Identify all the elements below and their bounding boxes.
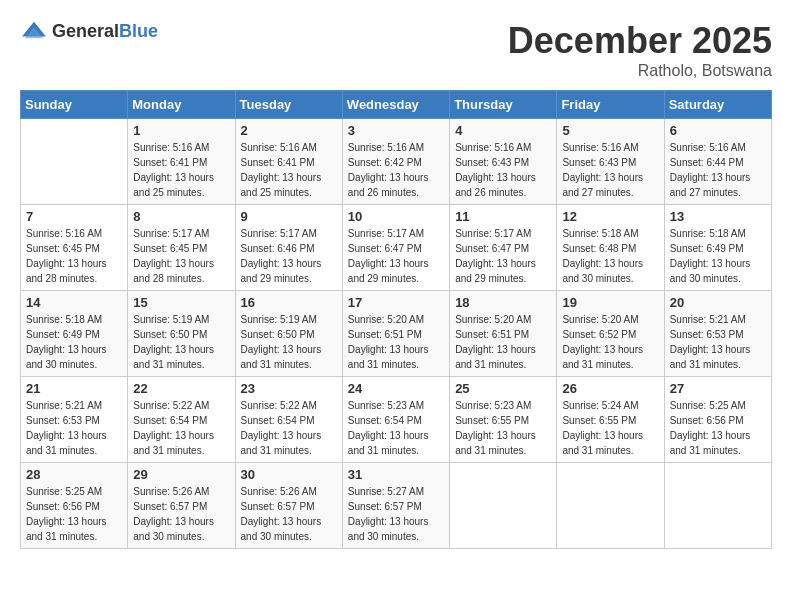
day-number: 4 xyxy=(455,123,551,138)
calendar-cell: 1Sunrise: 5:16 AM Sunset: 6:41 PM Daylig… xyxy=(128,119,235,205)
calendar-cell xyxy=(450,463,557,549)
calendar-cell: 24Sunrise: 5:23 AM Sunset: 6:54 PM Dayli… xyxy=(342,377,449,463)
calendar-cell: 9Sunrise: 5:17 AM Sunset: 6:46 PM Daylig… xyxy=(235,205,342,291)
day-number: 9 xyxy=(241,209,337,224)
day-number: 21 xyxy=(26,381,122,396)
calendar-cell: 20Sunrise: 5:21 AM Sunset: 6:53 PM Dayli… xyxy=(664,291,771,377)
day-info: Sunrise: 5:16 AM Sunset: 6:43 PM Dayligh… xyxy=(562,140,658,200)
day-info: Sunrise: 5:16 AM Sunset: 6:41 PM Dayligh… xyxy=(241,140,337,200)
calendar-week-row: 28Sunrise: 5:25 AM Sunset: 6:56 PM Dayli… xyxy=(21,463,772,549)
title-section: December 2025 Ratholo, Botswana xyxy=(508,20,772,80)
logo-general-text: General xyxy=(52,21,119,41)
day-info: Sunrise: 5:17 AM Sunset: 6:47 PM Dayligh… xyxy=(348,226,444,286)
calendar-cell: 4Sunrise: 5:16 AM Sunset: 6:43 PM Daylig… xyxy=(450,119,557,205)
calendar-cell xyxy=(557,463,664,549)
calendar-cell: 22Sunrise: 5:22 AM Sunset: 6:54 PM Dayli… xyxy=(128,377,235,463)
day-info: Sunrise: 5:18 AM Sunset: 6:49 PM Dayligh… xyxy=(26,312,122,372)
calendar-day-header: Saturday xyxy=(664,91,771,119)
day-info: Sunrise: 5:20 AM Sunset: 6:51 PM Dayligh… xyxy=(455,312,551,372)
day-info: Sunrise: 5:20 AM Sunset: 6:52 PM Dayligh… xyxy=(562,312,658,372)
calendar-cell: 23Sunrise: 5:22 AM Sunset: 6:54 PM Dayli… xyxy=(235,377,342,463)
day-number: 8 xyxy=(133,209,229,224)
day-number: 1 xyxy=(133,123,229,138)
calendar-table: SundayMondayTuesdayWednesdayThursdayFrid… xyxy=(20,90,772,549)
calendar-cell: 17Sunrise: 5:20 AM Sunset: 6:51 PM Dayli… xyxy=(342,291,449,377)
calendar-cell: 26Sunrise: 5:24 AM Sunset: 6:55 PM Dayli… xyxy=(557,377,664,463)
calendar-day-header: Monday xyxy=(128,91,235,119)
day-number: 2 xyxy=(241,123,337,138)
calendar-cell: 31Sunrise: 5:27 AM Sunset: 6:57 PM Dayli… xyxy=(342,463,449,549)
day-info: Sunrise: 5:27 AM Sunset: 6:57 PM Dayligh… xyxy=(348,484,444,544)
day-info: Sunrise: 5:24 AM Sunset: 6:55 PM Dayligh… xyxy=(562,398,658,458)
day-info: Sunrise: 5:19 AM Sunset: 6:50 PM Dayligh… xyxy=(241,312,337,372)
day-number: 17 xyxy=(348,295,444,310)
day-info: Sunrise: 5:23 AM Sunset: 6:55 PM Dayligh… xyxy=(455,398,551,458)
calendar-cell: 16Sunrise: 5:19 AM Sunset: 6:50 PM Dayli… xyxy=(235,291,342,377)
day-info: Sunrise: 5:26 AM Sunset: 6:57 PM Dayligh… xyxy=(241,484,337,544)
calendar-week-row: 7Sunrise: 5:16 AM Sunset: 6:45 PM Daylig… xyxy=(21,205,772,291)
calendar-week-row: 1Sunrise: 5:16 AM Sunset: 6:41 PM Daylig… xyxy=(21,119,772,205)
day-number: 15 xyxy=(133,295,229,310)
day-number: 10 xyxy=(348,209,444,224)
day-info: Sunrise: 5:26 AM Sunset: 6:57 PM Dayligh… xyxy=(133,484,229,544)
day-info: Sunrise: 5:17 AM Sunset: 6:46 PM Dayligh… xyxy=(241,226,337,286)
calendar-cell: 7Sunrise: 5:16 AM Sunset: 6:45 PM Daylig… xyxy=(21,205,128,291)
day-info: Sunrise: 5:21 AM Sunset: 6:53 PM Dayligh… xyxy=(26,398,122,458)
day-number: 7 xyxy=(26,209,122,224)
calendar-cell: 14Sunrise: 5:18 AM Sunset: 6:49 PM Dayli… xyxy=(21,291,128,377)
location-title: Ratholo, Botswana xyxy=(508,62,772,80)
day-info: Sunrise: 5:16 AM Sunset: 6:44 PM Dayligh… xyxy=(670,140,766,200)
logo-blue-text: Blue xyxy=(119,21,158,41)
day-number: 24 xyxy=(348,381,444,396)
calendar-day-header: Sunday xyxy=(21,91,128,119)
day-number: 18 xyxy=(455,295,551,310)
day-number: 29 xyxy=(133,467,229,482)
day-info: Sunrise: 5:21 AM Sunset: 6:53 PM Dayligh… xyxy=(670,312,766,372)
day-info: Sunrise: 5:17 AM Sunset: 6:47 PM Dayligh… xyxy=(455,226,551,286)
day-info: Sunrise: 5:20 AM Sunset: 6:51 PM Dayligh… xyxy=(348,312,444,372)
calendar-cell: 13Sunrise: 5:18 AM Sunset: 6:49 PM Dayli… xyxy=(664,205,771,291)
calendar-cell: 2Sunrise: 5:16 AM Sunset: 6:41 PM Daylig… xyxy=(235,119,342,205)
day-number: 30 xyxy=(241,467,337,482)
calendar-week-row: 14Sunrise: 5:18 AM Sunset: 6:49 PM Dayli… xyxy=(21,291,772,377)
day-info: Sunrise: 5:18 AM Sunset: 6:48 PM Dayligh… xyxy=(562,226,658,286)
calendar-cell: 3Sunrise: 5:16 AM Sunset: 6:42 PM Daylig… xyxy=(342,119,449,205)
day-number: 19 xyxy=(562,295,658,310)
page-header: GeneralBlue December 2025 Ratholo, Botsw… xyxy=(20,20,772,80)
day-info: Sunrise: 5:16 AM Sunset: 6:43 PM Dayligh… xyxy=(455,140,551,200)
calendar-day-header: Friday xyxy=(557,91,664,119)
day-number: 12 xyxy=(562,209,658,224)
day-number: 31 xyxy=(348,467,444,482)
calendar-day-header: Thursday xyxy=(450,91,557,119)
calendar-cell: 18Sunrise: 5:20 AM Sunset: 6:51 PM Dayli… xyxy=(450,291,557,377)
day-info: Sunrise: 5:25 AM Sunset: 6:56 PM Dayligh… xyxy=(670,398,766,458)
calendar-cell: 15Sunrise: 5:19 AM Sunset: 6:50 PM Dayli… xyxy=(128,291,235,377)
day-info: Sunrise: 5:17 AM Sunset: 6:45 PM Dayligh… xyxy=(133,226,229,286)
calendar-cell: 8Sunrise: 5:17 AM Sunset: 6:45 PM Daylig… xyxy=(128,205,235,291)
logo: GeneralBlue xyxy=(20,20,158,42)
month-title: December 2025 xyxy=(508,20,772,62)
day-info: Sunrise: 5:22 AM Sunset: 6:54 PM Dayligh… xyxy=(241,398,337,458)
calendar-header-row: SundayMondayTuesdayWednesdayThursdayFrid… xyxy=(21,91,772,119)
calendar-cell: 28Sunrise: 5:25 AM Sunset: 6:56 PM Dayli… xyxy=(21,463,128,549)
calendar-cell: 11Sunrise: 5:17 AM Sunset: 6:47 PM Dayli… xyxy=(450,205,557,291)
day-number: 14 xyxy=(26,295,122,310)
day-number: 26 xyxy=(562,381,658,396)
day-number: 13 xyxy=(670,209,766,224)
day-info: Sunrise: 5:22 AM Sunset: 6:54 PM Dayligh… xyxy=(133,398,229,458)
calendar-cell: 27Sunrise: 5:25 AM Sunset: 6:56 PM Dayli… xyxy=(664,377,771,463)
calendar-week-row: 21Sunrise: 5:21 AM Sunset: 6:53 PM Dayli… xyxy=(21,377,772,463)
calendar-day-header: Tuesday xyxy=(235,91,342,119)
calendar-body: 1Sunrise: 5:16 AM Sunset: 6:41 PM Daylig… xyxy=(21,119,772,549)
day-info: Sunrise: 5:23 AM Sunset: 6:54 PM Dayligh… xyxy=(348,398,444,458)
day-number: 23 xyxy=(241,381,337,396)
day-number: 16 xyxy=(241,295,337,310)
calendar-cell: 19Sunrise: 5:20 AM Sunset: 6:52 PM Dayli… xyxy=(557,291,664,377)
calendar-cell: 5Sunrise: 5:16 AM Sunset: 6:43 PM Daylig… xyxy=(557,119,664,205)
day-info: Sunrise: 5:18 AM Sunset: 6:49 PM Dayligh… xyxy=(670,226,766,286)
day-number: 20 xyxy=(670,295,766,310)
day-info: Sunrise: 5:16 AM Sunset: 6:41 PM Dayligh… xyxy=(133,140,229,200)
day-number: 25 xyxy=(455,381,551,396)
day-number: 27 xyxy=(670,381,766,396)
day-number: 22 xyxy=(133,381,229,396)
